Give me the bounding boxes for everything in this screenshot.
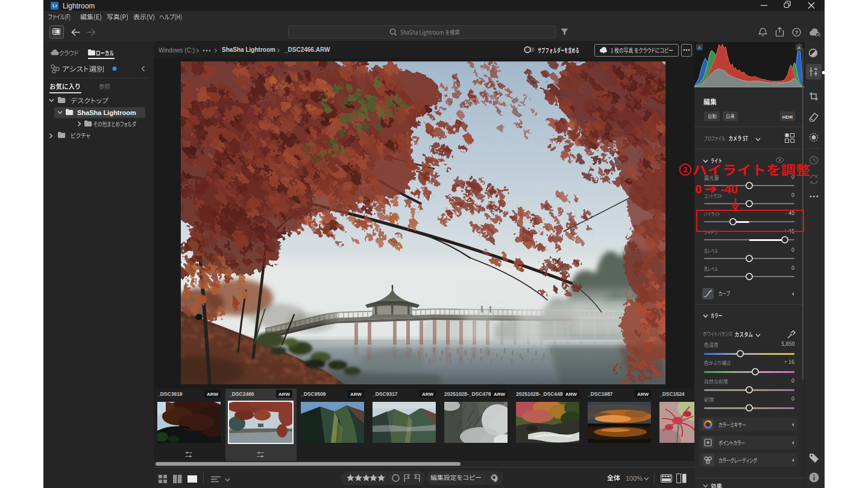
svg-text:?: ? [795, 30, 799, 36]
svg-text:2: 2 [684, 166, 688, 174]
